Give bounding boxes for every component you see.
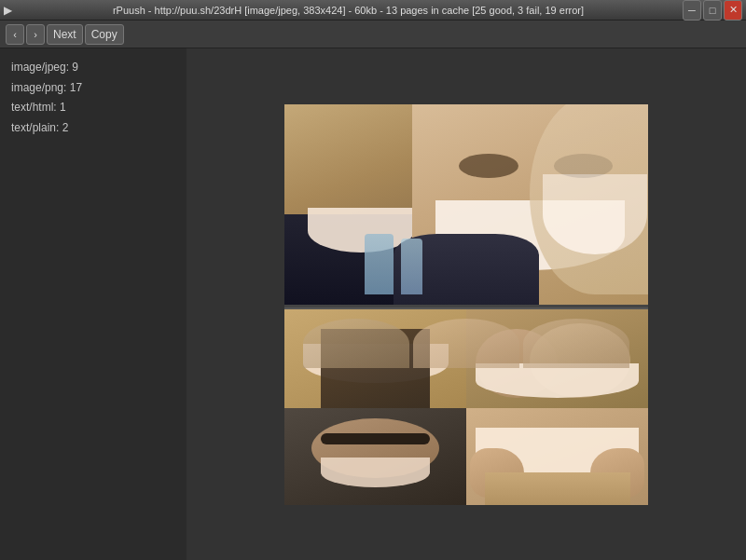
maximize-button[interactable]: □ bbox=[703, 0, 722, 20]
back-button[interactable]: ‹ bbox=[6, 24, 24, 45]
strip-face-1 bbox=[303, 319, 409, 368]
strip-face-2 bbox=[413, 319, 519, 368]
minimize-button[interactable]: ─ bbox=[683, 0, 701, 20]
left-panel: image/jpeg: 9 image/png: 17 text/html: 1… bbox=[0, 48, 186, 560]
shoulders bbox=[485, 472, 630, 504]
eye-left bbox=[459, 154, 518, 178]
image-panel bbox=[186, 48, 746, 560]
bottle-left bbox=[365, 234, 394, 294]
copy-button[interactable]: Copy bbox=[85, 24, 124, 45]
close-button[interactable]: ✕ bbox=[724, 0, 742, 20]
strip-face-3 bbox=[523, 319, 629, 368]
stat-png: image/png: 17 bbox=[11, 78, 175, 99]
bg-smile bbox=[543, 174, 647, 254]
title-icon: ▶ bbox=[4, 4, 12, 17]
composite-image bbox=[284, 104, 648, 505]
bottom-collage bbox=[284, 309, 648, 505]
smile-bl bbox=[321, 458, 430, 487]
title-bar: ▶ rPuush - http://puu.sh/23drH [image/jp… bbox=[0, 0, 746, 20]
stat-html: text/html: 1 bbox=[11, 98, 175, 118]
sunglasses bbox=[321, 433, 430, 445]
smile-tr bbox=[476, 363, 640, 398]
forward-button[interactable]: › bbox=[26, 24, 45, 45]
window-controls: ─ □ ✕ bbox=[681, 0, 742, 20]
next-button[interactable]: Next bbox=[47, 24, 83, 45]
image-top bbox=[284, 104, 648, 305]
main-content: image/jpeg: 9 image/png: 17 text/html: 1… bbox=[0, 48, 746, 560]
face-collage-top bbox=[284, 104, 648, 305]
toolbar: ‹ › Next Copy bbox=[0, 20, 746, 48]
bottle-right bbox=[401, 239, 422, 294]
image-bottom bbox=[284, 307, 648, 505]
title-text: rPuush - http://puu.sh/23drH [image/jpeg… bbox=[16, 5, 681, 16]
stat-jpeg: image/jpeg: 9 bbox=[11, 58, 175, 78]
top-face-strip bbox=[303, 319, 630, 368]
cell-bl bbox=[284, 408, 466, 505]
stat-plain: text/plain: 2 bbox=[11, 118, 175, 139]
cell-br bbox=[466, 408, 648, 505]
